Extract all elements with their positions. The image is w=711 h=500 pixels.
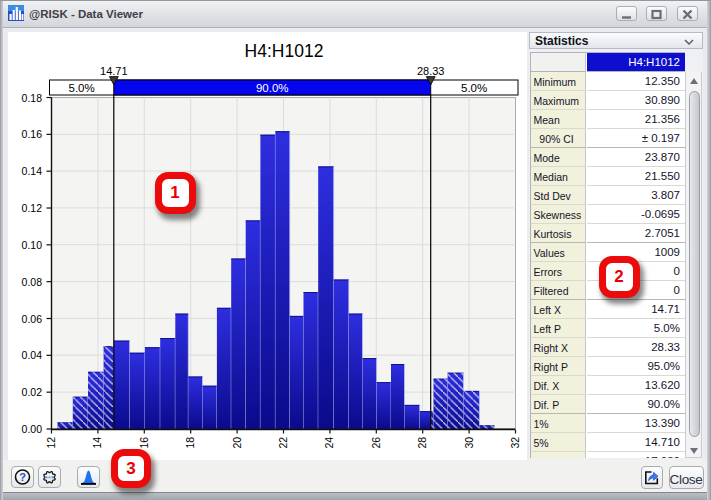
svg-text:28.33: 28.33	[417, 65, 445, 77]
svg-text:14.71: 14.71	[100, 65, 128, 77]
svg-text:0.00: 0.00	[22, 423, 43, 435]
svg-text:?: ?	[19, 471, 26, 483]
svg-text:28: 28	[416, 437, 428, 449]
svg-text:26: 26	[370, 437, 382, 449]
svg-text:16: 16	[138, 437, 150, 449]
svg-text:32: 32	[509, 437, 521, 449]
svg-text:0.02: 0.02	[22, 386, 43, 398]
svg-text:20: 20	[231, 437, 243, 449]
svg-text:12: 12	[45, 437, 57, 449]
svg-text:0.10: 0.10	[22, 239, 43, 251]
svg-text:0.04: 0.04	[22, 349, 43, 361]
svg-text:0.06: 0.06	[22, 313, 43, 325]
svg-text:0.14: 0.14	[22, 165, 43, 177]
svg-text:0.12: 0.12	[22, 202, 43, 214]
svg-text:24: 24	[323, 437, 335, 449]
svg-text:14: 14	[91, 437, 103, 449]
svg-text:H4:H1012: H4:H1012	[245, 41, 324, 61]
svg-text:5.0%: 5.0%	[461, 82, 487, 94]
svg-text:18: 18	[184, 437, 196, 449]
svg-text:90.0%: 90.0%	[256, 82, 289, 94]
svg-text:0.08: 0.08	[22, 276, 43, 288]
svg-text:5.0%: 5.0%	[68, 82, 94, 94]
svg-text:0.18: 0.18	[22, 92, 43, 104]
svg-text:30: 30	[463, 437, 475, 449]
svg-text:22: 22	[277, 437, 289, 449]
svg-text:0.16: 0.16	[22, 128, 43, 140]
